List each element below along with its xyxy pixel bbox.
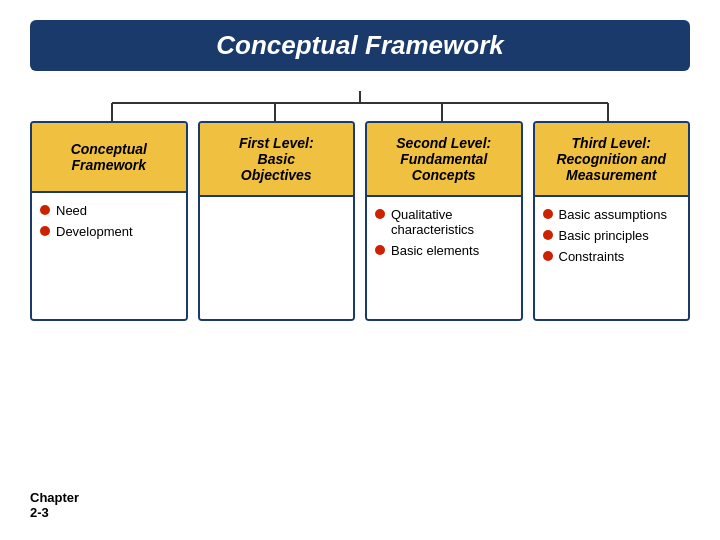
box3-header-text: Second Level:FundamentalConcepts [396, 135, 491, 183]
bullet-icon [543, 251, 553, 261]
box1-header: ConceptualFramework [32, 123, 186, 193]
list-item: Constraints [543, 249, 681, 264]
box1-body: Need Development [32, 193, 186, 319]
bullet-text: Basic elements [391, 243, 479, 258]
connector-lines [30, 91, 690, 121]
list-item: Basic assumptions [543, 207, 681, 222]
title-bar: Conceptual Framework [30, 20, 690, 71]
box2-header-text: First Level:BasicObjectives [239, 135, 314, 183]
box-second-level: Second Level:FundamentalConcepts Qualita… [365, 121, 523, 321]
bullet-text: Qualitative characteristics [391, 207, 513, 237]
bullet-icon [40, 226, 50, 236]
bullet-text: Need [56, 203, 87, 218]
box-third-level: Third Level:Recognition andMeasurement B… [533, 121, 691, 321]
box4-body: Basic assumptions Basic principles Const… [535, 197, 689, 319]
list-item: Need [40, 203, 178, 218]
bullet-text: Development [56, 224, 133, 239]
list-item: Basic principles [543, 228, 681, 243]
chapter-label: Chapter2-3 [30, 490, 79, 520]
box4-header-text: Third Level:Recognition andMeasurement [556, 135, 666, 183]
box-conceptual-framework: ConceptualFramework Need Development [30, 121, 188, 321]
bullet-text: Constraints [559, 249, 625, 264]
box3-body: Qualitative characteristics Basic elemen… [367, 197, 521, 319]
bullet-text: Basic assumptions [559, 207, 667, 222]
box2-body [200, 197, 354, 319]
chapter-label-text: Chapter2-3 [30, 490, 79, 520]
box4-header: Third Level:Recognition andMeasurement [535, 123, 689, 197]
boxes-row: ConceptualFramework Need Development Fir… [30, 121, 690, 321]
bullet-icon [543, 209, 553, 219]
box1-header-text: ConceptualFramework [71, 141, 147, 173]
box2-header: First Level:BasicObjectives [200, 123, 354, 197]
page-title: Conceptual Framework [216, 30, 504, 60]
list-item: Qualitative characteristics [375, 207, 513, 237]
list-item: Development [40, 224, 178, 239]
bullet-icon [543, 230, 553, 240]
bullet-icon [375, 245, 385, 255]
box-first-level: First Level:BasicObjectives [198, 121, 356, 321]
bullet-icon [375, 209, 385, 219]
box3-header: Second Level:FundamentalConcepts [367, 123, 521, 197]
bullet-icon [40, 205, 50, 215]
page-container: Conceptual Framework ConceptualFramework… [0, 0, 720, 540]
bullet-text: Basic principles [559, 228, 649, 243]
list-item: Basic elements [375, 243, 513, 258]
